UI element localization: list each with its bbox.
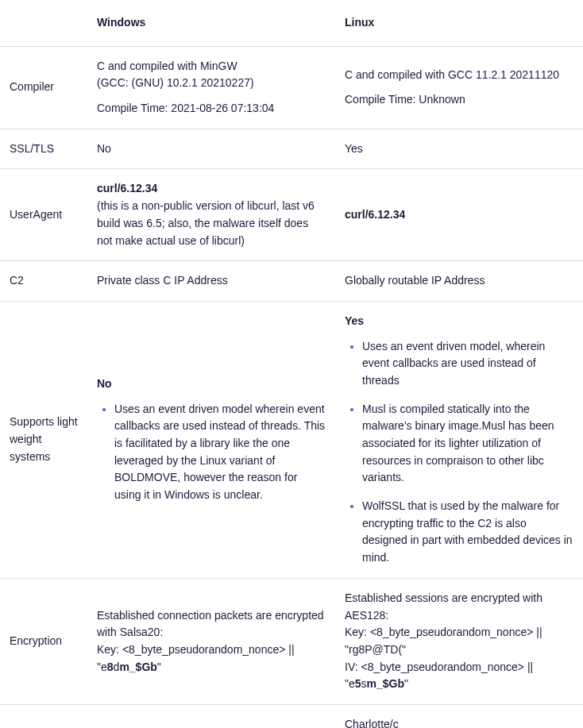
- text: s: [361, 677, 367, 690]
- list-item: Musl is compiled statically into the mal…: [362, 401, 573, 487]
- row-encryption: Encryption Established connection packet…: [0, 578, 583, 704]
- text: Established connection packets are encry…: [97, 609, 324, 639]
- row-c2: C2 Private class C IP Address Globally r…: [0, 261, 583, 302]
- cell-windows: 0.1c#2021-08-26 15:13:01: [87, 704, 335, 728]
- cell-windows: No Uses an event driven model wherein ev…: [87, 301, 335, 578]
- row-label: SSL/TLS: [0, 129, 87, 169]
- row-ssl: SSL/TLS No Yes: [0, 129, 583, 169]
- useragent-value: curl/6.12.34: [345, 208, 405, 221]
- cell-linux: Yes: [335, 129, 583, 169]
- row-label: UserAgent: [0, 169, 87, 261]
- text: Compile Time: 2021-08-26 07:13:04: [97, 100, 326, 117]
- text: e: [349, 677, 355, 690]
- bullet-list: Uses an event driven model wherein event…: [97, 401, 326, 504]
- list-item: Uses an event driven model wherein event…: [114, 401, 326, 504]
- row-lightweight: Supports light weight systems No Uses an…: [0, 301, 583, 578]
- cell-linux: C and compiled with GCC 11.2.1 20211120 …: [335, 46, 583, 129]
- cell-windows: curl/6.12.34 (this is a non-public versi…: [87, 169, 335, 261]
- row-label: Supports light weight systems: [0, 301, 87, 578]
- text: Charlotte/c: [345, 718, 399, 728]
- text: C and compiled with GCC 11.2.1 20211120: [345, 67, 573, 84]
- row-useragent: UserAgent curl/6.12.34 (this is a non-pu…: [0, 169, 583, 261]
- text: ": [157, 661, 161, 673]
- lightweight-flag: No: [97, 376, 326, 393]
- cell-linux: Yes Uses an event driven model, wherein …: [335, 301, 583, 578]
- list-item: WolfSSL that is used by the malware for …: [362, 498, 573, 567]
- comparison-table: Windows Linux Compiler C and compiled wi…: [0, 0, 583, 728]
- text: (GCC: (GNU) 10.2.1 20210227): [97, 76, 254, 89]
- cell-windows: Established connection packets are encry…: [87, 578, 335, 704]
- header-windows: Windows: [87, 0, 335, 46]
- header-blank: [0, 0, 87, 46]
- row-campaign: Campaign 0.1c#2021-08-26 15:13:01 Charlo…: [0, 704, 583, 728]
- useragent-note: (this is a non-public version of libcurl…: [97, 199, 315, 246]
- list-item: Uses an event driven model, wherein even…: [362, 338, 573, 390]
- row-compiler: Compiler C and compiled with MinGW (GCC:…: [0, 46, 583, 129]
- row-label: Campaign: [0, 704, 87, 728]
- text: 5: [355, 677, 361, 690]
- text: Established sessions are encrypted with …: [345, 591, 542, 622]
- text: Compile Time: Unknown: [345, 91, 573, 109]
- row-label: C2: [0, 261, 87, 302]
- cell-windows: No: [87, 129, 335, 169]
- cell-windows: C and compiled with MinGW (GCC: (GNU) 10…: [87, 46, 335, 129]
- row-label: Encryption: [0, 578, 87, 704]
- text: e: [101, 661, 107, 673]
- cell-linux: Globally routable IP Address: [335, 261, 583, 302]
- cell-linux: Charlotte/c (other campaign names were o…: [335, 704, 583, 728]
- useragent-value: curl/6.12.34: [97, 182, 157, 195]
- text: C and compiled with MinGW: [97, 60, 237, 72]
- lightweight-flag: Yes: [345, 313, 573, 330]
- cell-windows: Private class C IP Address: [87, 261, 335, 302]
- text: 8: [107, 661, 114, 673]
- header-row: Windows Linux: [0, 0, 583, 46]
- row-label: Compiler: [0, 46, 87, 129]
- text: m_$Gb: [367, 677, 404, 690]
- header-linux: Linux: [335, 0, 583, 46]
- cell-linux: curl/6.12.34: [335, 169, 583, 261]
- text: ": [404, 677, 408, 690]
- text: Key: <8_byte_pseudorandom_nonce> || "rg8…: [345, 626, 542, 656]
- bullet-list: Uses an event driven model, wherein even…: [345, 338, 573, 567]
- cell-linux: Established sessions are encrypted with …: [335, 578, 583, 704]
- text: m_$Gb: [119, 661, 156, 673]
